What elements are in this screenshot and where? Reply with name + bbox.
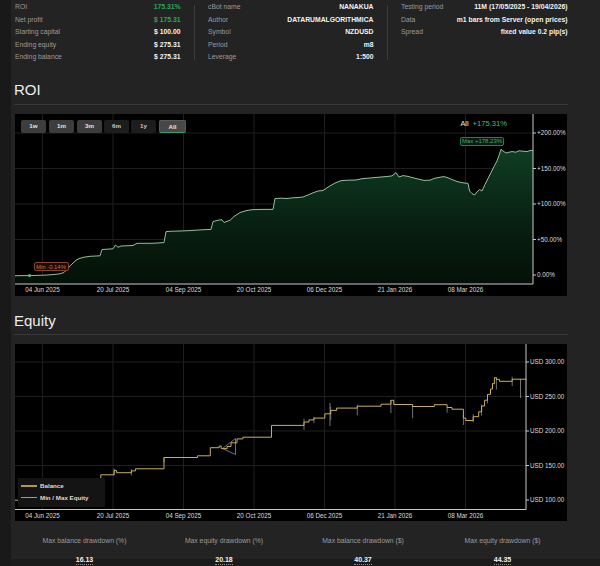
svg-text:04 Sep 2025: 04 Sep 2025 [166,286,202,294]
svg-text:+100.00%: +100.00% [537,200,566,207]
svg-text:USD 100.00: USD 100.00 [530,496,565,503]
svg-text:USD 200.00: USD 200.00 [530,427,565,434]
svg-text:21 Jan 2026: 21 Jan 2026 [378,286,413,293]
svg-text:08 Mar 2026: 08 Mar 2026 [448,512,484,519]
svg-text:USD 250.00: USD 250.00 [530,393,565,400]
svg-text:06 Dec 2025: 06 Dec 2025 [307,286,343,293]
svg-text:+150.00%: +150.00% [537,165,566,172]
svg-text:20 Jul 2025: 20 Jul 2025 [97,512,130,519]
svg-text:20 Oct 2025: 20 Oct 2025 [237,286,272,293]
svg-text:04 Jun 2025: 04 Jun 2025 [25,512,60,519]
svg-text:04 Jun 2025: 04 Jun 2025 [25,286,60,293]
svg-text:21 Jan 2026: 21 Jan 2026 [378,512,413,519]
svg-text:+200.00%: +200.00% [537,129,566,136]
svg-text:0.00%: 0.00% [537,271,555,278]
svg-text:08 Mar 2026: 08 Mar 2026 [448,286,484,293]
svg-text:04 Sep 2025: 04 Sep 2025 [166,512,202,520]
svg-text:20 Jul 2025: 20 Jul 2025 [97,286,130,293]
svg-text:06 Dec 2025: 06 Dec 2025 [307,512,343,519]
svg-text:USD 300.00: USD 300.00 [530,358,565,365]
svg-text:20 Oct 2025: 20 Oct 2025 [237,512,272,519]
svg-text:+50.00%: +50.00% [537,236,562,243]
svg-text:USD 150.00: USD 150.00 [530,462,565,469]
